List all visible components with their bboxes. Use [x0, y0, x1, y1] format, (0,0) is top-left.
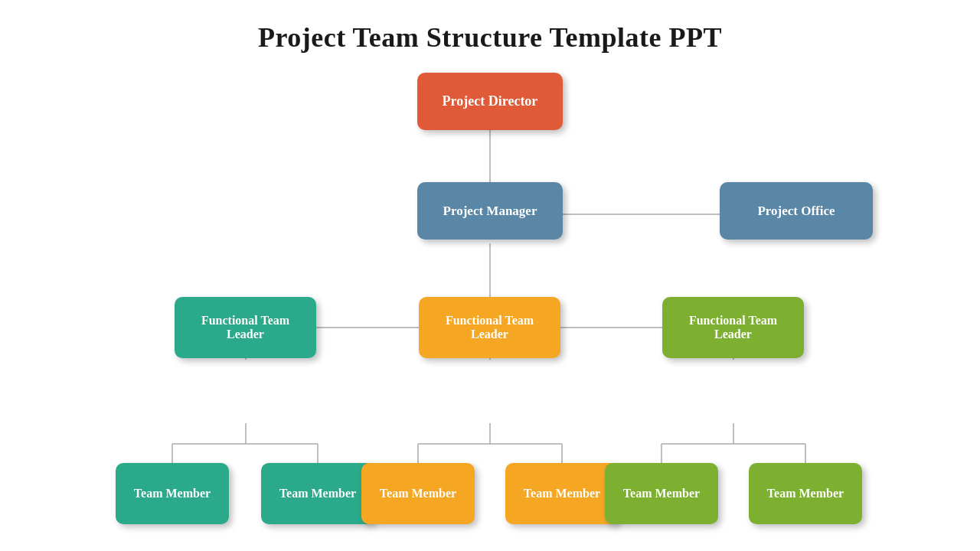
node-member3a: Team Member	[605, 463, 718, 524]
node-leader1: Functional Team Leader	[175, 297, 316, 358]
node-manager: Project Manager	[417, 182, 563, 240]
node-member3b: Team Member	[749, 463, 862, 524]
node-member1b: Team Member	[261, 463, 374, 524]
node-member2a: Team Member	[361, 463, 475, 524]
node-leader2: Functional Team Leader	[419, 297, 560, 358]
node-director: Project Director	[417, 73, 563, 130]
page-title: Project Team Structure Template PPT	[258, 21, 722, 54]
node-office: Project Office	[720, 182, 873, 240]
node-leader3: Functional Team Leader	[662, 297, 804, 358]
node-member2b: Team Member	[505, 463, 619, 524]
node-member1a: Team Member	[116, 463, 229, 524]
org-chart: Project Director Project Manager Project…	[31, 69, 949, 513]
